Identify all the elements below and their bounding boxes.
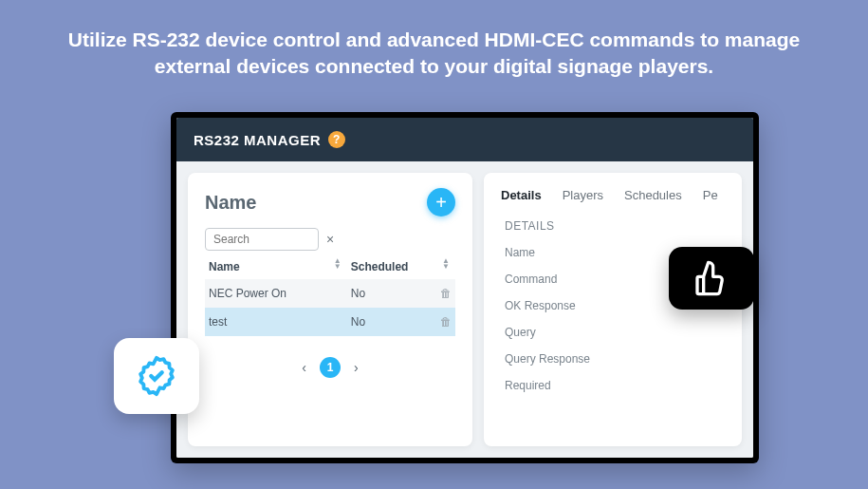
field-label: Required xyxy=(505,379,725,392)
col-scheduled-label: Scheduled xyxy=(351,260,409,273)
cell-scheduled: No 🗑 xyxy=(347,279,455,308)
add-button[interactable]: + xyxy=(427,188,455,216)
cell-scheduled: No 🗑 xyxy=(347,308,455,336)
cell-name: NEC Power On xyxy=(205,279,347,308)
content-area: Name + × Name ▲▼ xyxy=(176,161,753,458)
tab-players[interactable]: Players xyxy=(563,188,603,202)
details-panel: Details Players Schedules Pe DETAILS Nam… xyxy=(484,173,742,446)
cell-name: test xyxy=(205,308,347,336)
page-number[interactable]: 1 xyxy=(320,357,341,378)
list-panel: Name + × Name ▲▼ xyxy=(188,173,472,446)
tabs: Details Players Schedules Pe xyxy=(501,188,725,202)
app-title: RS232 MANAGER xyxy=(194,132,321,148)
list-title: Name xyxy=(205,192,256,214)
trash-icon[interactable]: 🗑 xyxy=(440,287,452,300)
next-page-button[interactable]: › xyxy=(354,360,359,375)
sort-icon[interactable]: ▲▼ xyxy=(442,258,450,270)
pager: ‹ 1 › xyxy=(205,357,455,378)
tab-details[interactable]: Details xyxy=(501,188,542,202)
sort-icon[interactable]: ▲▼ xyxy=(334,258,342,270)
commands-table: Name ▲▼ Scheduled ▲▼ NEC Power On xyxy=(205,254,455,336)
table-row[interactable]: NEC Power On No 🗑 xyxy=(205,279,455,308)
col-scheduled-header[interactable]: Scheduled ▲▼ xyxy=(347,254,455,279)
gear-check-icon xyxy=(135,354,178,398)
field-label: Query Response xyxy=(505,352,725,366)
thumbs-up-icon xyxy=(693,259,730,297)
field-label: Query xyxy=(505,326,725,339)
prev-page-button[interactable]: ‹ xyxy=(302,360,306,375)
details-section-header: DETAILS xyxy=(505,219,725,233)
help-icon[interactable]: ? xyxy=(328,131,345,148)
gear-badge xyxy=(114,338,199,414)
col-name-header[interactable]: Name ▲▼ xyxy=(205,254,347,279)
titlebar: RS232 MANAGER ? xyxy=(176,118,753,161)
tab-permissions[interactable]: Pe xyxy=(703,188,718,202)
thumb-badge xyxy=(669,247,754,310)
headline: Utilize RS-232 device control and advanc… xyxy=(0,0,868,81)
tab-schedules[interactable]: Schedules xyxy=(624,188,682,202)
col-name-label: Name xyxy=(209,260,240,273)
app-screen: RS232 MANAGER ? Name + × Name xyxy=(176,118,753,458)
clear-search-icon[interactable]: × xyxy=(326,232,334,247)
trash-icon[interactable]: 🗑 xyxy=(440,315,452,329)
table-row[interactable]: test No 🗑 xyxy=(205,308,455,336)
search-input[interactable] xyxy=(205,228,319,251)
